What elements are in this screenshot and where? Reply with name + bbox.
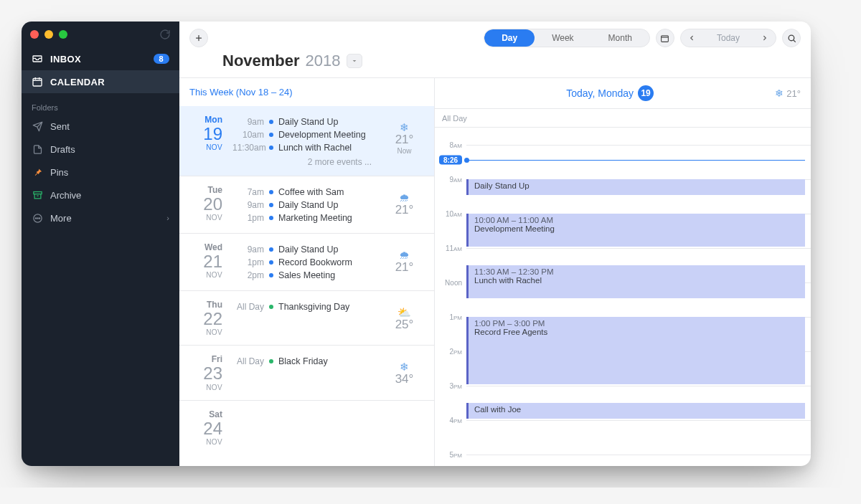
hour-line [466,386,811,386]
agenda-event-title: Daily Stand Up [278,244,338,255]
timeline-event[interactable]: 10:00 AM – 11:00 AMDevelopment Meeting [466,214,805,247]
day-temp: 21° [395,203,414,217]
timeline-event[interactable]: 1:00 PM – 3:00 PMRecord Free Agents [466,317,805,384]
timeline-header: Today, Monday 19 ❄ 21° [435,78,811,109]
sidebar-item-sent[interactable]: Sent [22,115,179,138]
dot-icon [269,260,273,265]
agenda-event-time: All Day [232,302,264,312]
agenda-event[interactable]: 2pmSales Meeting [232,269,375,282]
timeline-event[interactable]: Daily Stand Up [466,179,805,195]
sidebar-item-drafts[interactable]: Drafts [22,138,179,161]
agenda-event[interactable]: 9amDaily Stand Up [232,243,375,256]
agenda-event-time: 10am [232,130,264,140]
prev-day-button[interactable] [681,31,702,45]
agenda-event[interactable]: 9amDaily Stand Up [232,115,375,128]
today-button[interactable]: Today [702,29,754,47]
agenda-header-range: (Nov 18 – 24) [236,87,293,98]
segment-day[interactable]: Day [484,29,535,47]
agenda-day[interactable]: Sat24NOV [179,401,434,455]
timeline-event[interactable]: Call with Joe [466,403,805,419]
timeline-temp: 21° [786,88,801,99]
zoom-window-icon[interactable] [59,30,67,39]
archive-icon [32,189,43,201]
agenda-event-title: Development Meeting [278,130,366,140]
heading-year: 2018 [306,52,341,70]
sync-icon[interactable] [159,29,171,40]
day-events: 9amDaily Stand Up1pmRecord Bookworm2pmSa… [232,242,375,282]
toolbar: Day Week Month Today [179,22,811,49]
compose-button[interactable] [189,29,208,47]
agenda-day[interactable]: Thu22NOVAll DayThanksgiving Day⛅25° [179,291,434,346]
sidebar-item-label: Sent [50,121,70,132]
all-day-bar: All Day [435,109,811,128]
svg-rect-5 [33,191,41,194]
close-window-icon[interactable] [30,30,39,39]
sidebar-item-more[interactable]: More › [22,206,179,229]
timeline-event-title: Development Meeting [474,224,799,233]
day-date: Fri23NOV [189,354,222,391]
agenda-event-title: Record Bookworm [278,257,352,267]
sidebar: INBOX 8 CALENDAR Folders Sent [22,22,179,466]
agenda-event[interactable]: 1pmRecord Bookworm [232,256,375,269]
rain-icon: 🌧 [399,192,410,203]
timeline-date-chip: 19 [638,85,654,101]
day-temp: 21° [395,133,414,147]
hour-label: 11AM [446,244,462,252]
segment-week[interactable]: Week [535,29,591,47]
dot-icon [269,133,273,137]
next-day-button[interactable] [754,31,776,45]
main-area: Day Week Month Today [179,22,811,466]
app-window: INBOX 8 CALENDAR Folders Sent [22,22,811,466]
agenda-event-title: Daily Stand Up [278,117,338,127]
timeline-event-title: Daily Stand Up [474,181,799,190]
hour-label: 2PM [449,348,462,356]
agenda-event[interactable]: 11:30amLunch with Rachel [232,141,375,154]
agenda-event[interactable]: 1pmMarketing Meeting [232,211,375,224]
agenda-event[interactable]: 7amCoffee with Sam [232,186,375,199]
sidebar-item-pins[interactable]: Pins [22,161,179,184]
agenda-day[interactable]: Mon19NOV9amDaily Stand Up10amDevelopment… [179,106,434,176]
agenda-event[interactable]: All DayBlack Friday [232,355,375,368]
sidebar-item-calendar[interactable]: CALENDAR [22,70,179,93]
snow-icon: ❄ [775,87,784,99]
agenda-more-events[interactable]: 2 more events ... [232,154,375,167]
agenda-day[interactable]: Fri23NOVAll DayBlack Friday❄34° [179,346,434,400]
sidebar-item-archive[interactable]: Archive [22,184,179,206]
date-picker-button[interactable] [656,29,674,47]
svg-rect-13 [662,35,669,42]
agenda-event-time: 1pm [232,257,264,267]
sidebar-item-inbox[interactable]: INBOX 8 [22,47,179,70]
agenda-event-time: 9am [232,200,264,210]
agenda-event[interactable]: All DayThanksgiving Day [232,300,375,313]
agenda-event-time: All Day [232,356,264,366]
day-date: Mon19NOV [189,115,222,167]
search-button[interactable] [782,29,801,47]
sent-icon [32,120,43,132]
svg-line-16 [793,39,794,41]
partly-icon: ⛅ [397,307,411,318]
hour-line [466,420,811,421]
segment-month[interactable]: Month [591,29,649,47]
more-icon [32,212,43,224]
month-dropdown[interactable] [347,54,362,68]
day-events [232,409,375,446]
agenda-event-title: Coffee with Sam [278,187,344,197]
svg-point-8 [35,217,36,218]
agenda-event[interactable]: 10amDevelopment Meeting [232,128,375,141]
minimize-window-icon[interactable] [44,30,53,39]
agenda-event-title: Marketing Meeting [278,213,352,223]
agenda-day[interactable]: Tue20NOV7amCoffee with Sam9amDaily Stand… [179,176,434,234]
agenda-event-time: 1pm [232,213,264,223]
agenda-day[interactable]: Wed21NOV9amDaily Stand Up1pmRecord Bookw… [179,234,434,291]
agenda-list[interactable]: This Week (Nov 18 – 24) Mon19NOV9amDaily… [179,78,435,466]
day-date: Tue20NOV [189,185,222,224]
timeline-grid[interactable]: 8AM9AM10AM11AMNoon1PM2PM3PM4PM5PM Daily … [435,128,811,466]
toolbar-right: Today [656,29,801,47]
dot-icon [269,146,273,150]
timeline-weather: ❄ 21° [775,87,801,99]
inbox-icon [32,53,43,65]
agenda-event[interactable]: 9amDaily Stand Up [232,199,375,211]
timeline-event[interactable]: 11:30 AM – 12:30 PMLunch with Rachel [466,265,805,298]
hour-line [466,145,811,146]
svg-rect-1 [33,78,42,86]
